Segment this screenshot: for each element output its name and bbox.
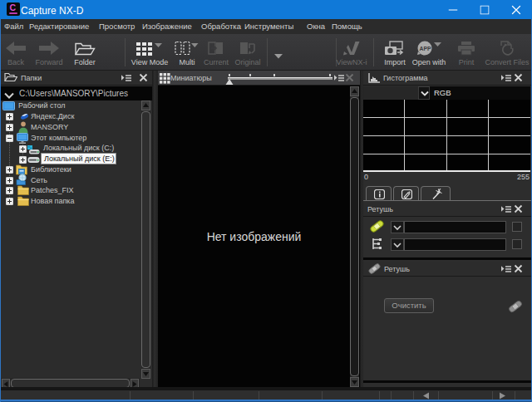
svg-text:APP: APP [420, 46, 431, 51]
